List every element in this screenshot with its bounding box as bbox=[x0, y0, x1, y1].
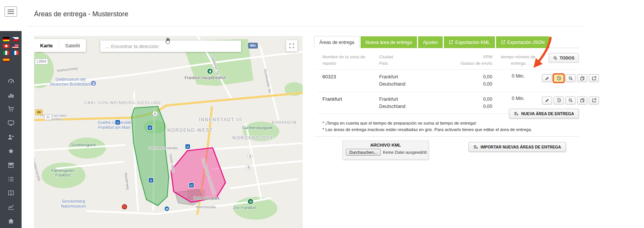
panel-tabs: Áreas de entrega Nueva área de entrega A… bbox=[314, 36, 549, 48]
poi-label-bethmannpark: Bethmannpark bbox=[194, 196, 219, 200]
title-divider bbox=[28, 26, 585, 27]
statistics-bars-icon[interactable] bbox=[8, 92, 14, 98]
poi-label-senckenberg: Senckenberg Naturmuseum bbox=[54, 199, 93, 208]
flag-italy-icon[interactable] bbox=[3, 51, 9, 55]
export-area-button[interactable] bbox=[589, 97, 599, 105]
museum-poi-icon[interactable] bbox=[91, 81, 96, 86]
tab-exportacion-json[interactable]: Exportación JSON bbox=[496, 36, 550, 48]
note-line: * ¡Tenga en cuenta que el tiempo de prep… bbox=[322, 120, 532, 126]
col-header-city-country: Ciudad País bbox=[379, 54, 455, 66]
park-label: Zoo Frankfurt bbox=[233, 206, 256, 210]
flag-france-icon[interactable] bbox=[12, 51, 19, 55]
ubahn-station-icon[interactable]: U bbox=[189, 183, 194, 187]
zoom-to-area-button[interactable] bbox=[565, 74, 576, 82]
flag-switzerland-icon[interactable] bbox=[3, 44, 9, 48]
street-label: Holzhausenstraße bbox=[149, 146, 178, 150]
panel-divider bbox=[314, 136, 579, 137]
area-min-time: 0 Min. bbox=[495, 96, 542, 101]
ubahn-station-icon[interactable]: U bbox=[149, 178, 153, 183]
park-label: Palmengarten Frankfurt bbox=[46, 169, 79, 178]
export-area-button[interactable] bbox=[589, 74, 599, 82]
edit-button[interactable] bbox=[542, 97, 552, 105]
flag-germany-icon[interactable] bbox=[3, 37, 9, 41]
cemetery-tree-poi-icon[interactable] bbox=[207, 69, 213, 74]
map-canvas[interactable]: L3004 521 661 66 21 8 8 8 U U U U U M Ma… bbox=[34, 36, 303, 228]
map-type-karte-button[interactable]: Karte bbox=[34, 39, 59, 52]
zoom-to-area-button[interactable] bbox=[565, 97, 576, 105]
language-switcher bbox=[3, 37, 22, 62]
area-name: 60323 bbox=[322, 73, 379, 80]
home-icon[interactable] bbox=[8, 218, 14, 225]
file-browse-button[interactable]: Durchsuchen... bbox=[346, 149, 381, 156]
district-label: NORDEND-OST bbox=[232, 135, 274, 141]
ubahn-station-icon[interactable]: U bbox=[148, 125, 152, 130]
list-plus-icon bbox=[514, 111, 518, 116]
metro-station-icon[interactable]: M bbox=[165, 206, 169, 211]
tab-label: Ajustes bbox=[423, 40, 438, 45]
tab-ajustes[interactable]: Ajustes bbox=[418, 36, 443, 48]
fullscreen-button[interactable] bbox=[286, 40, 297, 52]
tab-exportacion-kml[interactable]: Exportación KML bbox=[444, 36, 495, 48]
delivery-areas-table: Nombre de la zona de reparto Ciudad País… bbox=[317, 53, 579, 114]
new-area-button-label: NUEVA ÁREA DE ENTREGA bbox=[521, 111, 574, 116]
add-customer-icon[interactable] bbox=[8, 134, 14, 141]
panel-notes: * ¡Tenga en cuenta que el tiempo de prep… bbox=[322, 120, 532, 133]
poi-label-hauptfriedhof: Frankfurt Hauptfriedhof bbox=[185, 75, 226, 80]
flag-usa-icon[interactable] bbox=[12, 44, 19, 48]
list-entries-icon[interactable] bbox=[8, 176, 14, 183]
road-badge-21: 21 bbox=[44, 114, 52, 120]
import-areas-button[interactable]: IMPORTAR NUEVAS ÁREAS DE ENTREGA bbox=[468, 142, 566, 152]
poi-label-geldmuseum: Geldmuseum der Deutschen Bundesbank bbox=[48, 77, 93, 86]
copy-button[interactable] bbox=[577, 97, 587, 105]
road-badge-8: 8 bbox=[247, 154, 253, 159]
import-button-label: IMPORTAR NUEVAS ÁREAS DE ENTREGA bbox=[481, 145, 561, 149]
col-header-min-time: tiempo mínimo de entrega bbox=[495, 54, 542, 66]
road-badge-l3004: L3004 bbox=[35, 59, 48, 64]
poi-label-goethe-uni: Goethe-Universität Frankfurt am Main bbox=[92, 120, 137, 130]
tab-areas-de-entrega[interactable]: Áreas de entrega bbox=[314, 36, 359, 48]
ubahn-station-icon[interactable]: U bbox=[185, 144, 190, 149]
menu-toggle-button[interactable] bbox=[5, 6, 17, 17]
desktop-pos-icon[interactable] bbox=[8, 120, 14, 126]
area-city-country: Frankfurt Deutschland bbox=[379, 73, 455, 88]
map-red-marker[interactable] bbox=[122, 204, 127, 209]
map-type-satellit-button[interactable]: Satellit bbox=[59, 39, 86, 52]
row-actions bbox=[542, 73, 600, 82]
shopping-cart-icon[interactable] bbox=[8, 106, 14, 112]
edit-button[interactable] bbox=[542, 74, 552, 82]
copy-button[interactable] bbox=[577, 74, 587, 82]
export-icon bbox=[501, 40, 505, 44]
new-area-button[interactable]: NUEVA ÁREA DE ENTREGA bbox=[509, 109, 579, 119]
history-button[interactable] bbox=[554, 74, 564, 82]
dashboard-gauge-icon[interactable] bbox=[8, 78, 14, 84]
row-actions bbox=[542, 96, 600, 105]
star-reviews-icon[interactable] bbox=[8, 148, 14, 155]
road-badge-8: 8 bbox=[152, 111, 158, 116]
col-header-vpm-shipping: VPM Gastos de envío bbox=[455, 54, 495, 66]
area-city-country: Frankfurt Deutschland bbox=[379, 96, 455, 110]
no-file-selected-text: Keine Datei ausgewählt. bbox=[383, 150, 428, 155]
flag-spain-icon[interactable] bbox=[3, 58, 9, 62]
main-content: Áreas de entrega - Musterstore bbox=[22, 0, 644, 228]
tab-label: Exportación JSON bbox=[507, 40, 545, 45]
kml-upload-title: ARCHIVO KML bbox=[346, 143, 425, 147]
kml-upload-box: ARCHIVO KML Durchsuchen... Keine Datei a… bbox=[342, 141, 429, 159]
zoo-paw-poi-icon[interactable] bbox=[248, 199, 253, 204]
export-icon bbox=[449, 40, 453, 44]
area-min-time: 0 Min. bbox=[495, 73, 542, 79]
archive-box-icon[interactable] bbox=[8, 162, 14, 169]
sidebar-header bbox=[0, 0, 22, 31]
tab-label: Exportación KML bbox=[455, 40, 490, 45]
history-button[interactable] bbox=[554, 97, 564, 105]
table-row: 60323 Frankfurt Deutschland 0,00 0,00 0 … bbox=[317, 70, 579, 92]
ubahn-station-icon[interactable]: U bbox=[115, 120, 120, 125]
park-label: Grüneburgpark bbox=[70, 143, 96, 147]
district-label: INNENSTADT III bbox=[199, 117, 242, 122]
tab-label: Áreas de entrega bbox=[319, 40, 354, 45]
map-type-control: Karte Satellit bbox=[34, 39, 86, 52]
tab-nueva-area[interactable]: Nueva área de entrega bbox=[361, 36, 417, 48]
flag-czech-icon[interactable] bbox=[12, 37, 19, 41]
menu-book-icon[interactable] bbox=[8, 190, 14, 197]
reports-line-chart-icon[interactable] bbox=[8, 204, 14, 211]
road-badge-661: 661 bbox=[248, 43, 258, 48]
